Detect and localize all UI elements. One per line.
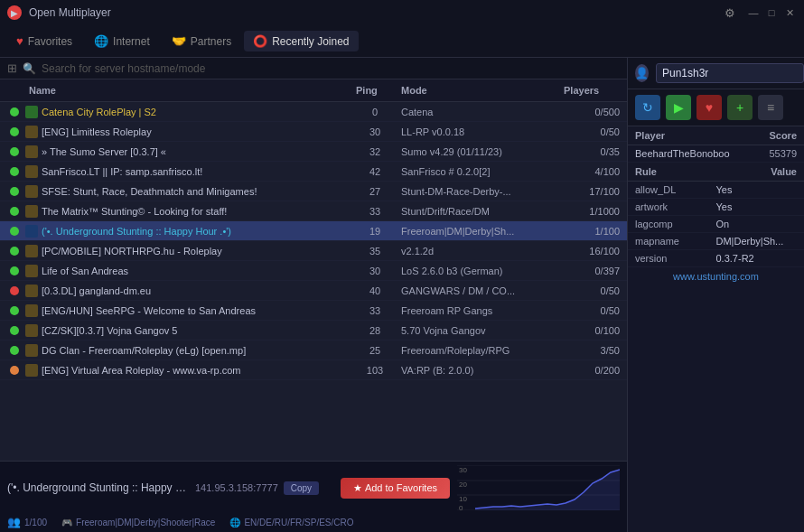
user-area: 👤 <box>628 58 804 89</box>
table-header: Name Ping Mode Players <box>0 79 627 102</box>
add-favorites-button[interactable]: ★ Add to Favorites <box>341 478 450 499</box>
more-button[interactable]: ≡ <box>758 95 783 120</box>
row-mode: Freeroam|DM|Derby|Sh... <box>397 226 560 237</box>
filter-icon[interactable]: ⊞ <box>7 61 17 75</box>
rule-row: mapname DM|Derby|Sh... <box>628 233 804 250</box>
table-row[interactable]: The Matrix™ Stunting© - Looking for staf… <box>0 201 627 221</box>
rule-key: lagcomp <box>635 219 716 229</box>
server-name-text: [PC/MOBILE] NORTHRPG.hu - Roleplay <box>42 246 222 257</box>
favorite-button[interactable]: ♥ <box>696 95 722 120</box>
server-table: Name Ping Mode Players Catena City RoleP… <box>0 79 627 461</box>
recently-icon: ⭕ <box>253 34 267 48</box>
header-players: Players <box>560 83 623 98</box>
tab-recently-label: Recently Joined <box>272 35 349 48</box>
rule-key: version <box>635 253 716 264</box>
copy-button[interactable]: Copy <box>284 481 319 495</box>
rule-value: DM|Derby|Sh... <box>716 236 798 247</box>
status-dot <box>10 346 19 355</box>
row-mode: 5.70 Vojna Gangov <box>397 325 560 336</box>
table-row[interactable]: [PC/MOBILE] NORTHRPG.hu - Roleplay 35 v2… <box>0 241 627 261</box>
rule-row: lagcomp On <box>628 216 804 233</box>
app-icon: ▶ <box>7 5 22 20</box>
table-row[interactable]: [0.3.DL] gangland-dm.eu 40 GANGWARS / DM… <box>0 281 627 301</box>
row-name-cell: Catena City RolePlay | S2 <box>25 106 352 118</box>
nav-tabs: ♥ Favorites 🌐 Internet 🤝 Partners ⭕ Rece… <box>0 25 804 58</box>
server-name-text: [0.3.DL] gangland-dm.eu <box>42 285 151 296</box>
status-dot <box>10 306 19 315</box>
players-header: Player Score <box>628 126 804 145</box>
row-players: 16/100 <box>560 246 623 257</box>
row-players: 0/500 <box>560 107 623 117</box>
close-button[interactable]: ✕ <box>782 5 797 20</box>
row-ping: 30 <box>352 266 397 276</box>
settings-icon[interactable]: ⚙ <box>725 6 735 20</box>
title-bar: ▶ Open Multiplayer ⚙ — □ ✕ <box>0 0 804 25</box>
table-row[interactable]: Life of San Andreas 30 LoS 2.6.0 b3 (Ger… <box>0 261 627 281</box>
search-input[interactable] <box>42 62 620 75</box>
row-ping: 30 <box>352 126 397 137</box>
row-mode: Catena <box>397 107 560 117</box>
server-name-text: [ENG/HUN] SeeRPG - Welcome to San Andrea… <box>42 305 256 316</box>
server-name-text: ('•. Underground Stunting :: Happy Hour … <box>42 226 231 237</box>
row-name-cell: Life of San Andreas <box>25 265 352 277</box>
row-status-indicator <box>4 127 25 136</box>
status-dot <box>10 127 19 136</box>
tab-recently-joined[interactable]: ⭕ Recently Joined <box>244 31 358 51</box>
website-link[interactable]: www.ustunting.com <box>628 267 804 285</box>
maximize-button[interactable]: □ <box>764 5 779 20</box>
tab-partners[interactable]: 🤝 Partners <box>163 31 240 51</box>
table-row[interactable]: Catena City RolePlay | S2 0 Catena 0/500 <box>0 102 627 122</box>
minimize-button[interactable]: — <box>746 5 761 20</box>
table-row[interactable]: [ENG] Virtual Area Roleplay - www.va-rp.… <box>0 360 627 380</box>
status-bar: ('•. Underground Stunting :: Happy Hour … <box>0 461 627 532</box>
rules-header: Rule Value <box>628 163 804 182</box>
mode-text: Freeroam|DM|Derby|Shooter|Race <box>76 518 215 527</box>
table-row[interactable]: [ENG] Limitless Roleplay 30 LL-RP v0.0.1… <box>0 122 627 142</box>
row-status-indicator <box>4 207 25 216</box>
server-logo <box>25 324 38 337</box>
row-name-cell: [ENG] Limitless Roleplay <box>25 126 352 138</box>
table-row[interactable]: ('•. Underground Stunting :: Happy Hour … <box>0 221 627 241</box>
add-button[interactable]: + <box>727 95 753 120</box>
row-players: 0/35 <box>560 146 623 157</box>
status-dot <box>10 286 19 295</box>
row-ping: 25 <box>352 345 397 356</box>
rule-value: On <box>716 219 798 229</box>
row-status-indicator <box>4 266 25 275</box>
status-dot <box>10 247 19 256</box>
row-mode: Freeroam/Roleplay/RPG <box>397 345 560 356</box>
server-logo <box>25 205 38 218</box>
action-buttons: ↻ ▶ ♥ + ≡ <box>628 89 804 126</box>
status-dot <box>10 326 19 335</box>
row-status-indicator <box>4 366 25 375</box>
language-info: 🌐 EN/DE/RU/FR/SP/ES/CRO <box>229 518 353 527</box>
server-name-text: SanFrisco.LT || IP: samp.sanfrisco.lt! <box>42 166 202 177</box>
row-status-indicator <box>4 286 25 295</box>
row-name-cell: The Matrix™ Stunting© - Looking for staf… <box>25 205 352 218</box>
status-ip-area: 141.95.3.158:7777 Copy <box>195 481 319 495</box>
tab-favorites[interactable]: ♥ Favorites <box>7 31 81 51</box>
username-input[interactable] <box>656 63 804 83</box>
server-logo <box>25 344 38 357</box>
tab-favorites-label: Favorites <box>28 35 72 48</box>
rule-value: 0.3.7-R2 <box>716 253 798 264</box>
server-name-text: » The Sumo Server [0.3.7] « <box>42 146 166 157</box>
tab-internet[interactable]: 🌐 Internet <box>85 31 159 51</box>
row-players: 0/50 <box>560 126 623 137</box>
table-row[interactable]: » The Sumo Server [0.3.7] « 32 Sumo v4.2… <box>0 142 627 162</box>
table-row[interactable]: DG Clan - Freeroam/Roleplay (eLg) [open.… <box>0 341 627 360</box>
play-button[interactable]: ▶ <box>666 95 691 120</box>
server-name-text: SFSE: Stunt, Race, Deathmatch and Miniga… <box>42 186 257 197</box>
right-panel: 👤 ↻ ▶ ♥ + ≡ Player Score BeehardTheBonob… <box>628 58 804 532</box>
search-bar: ⊞ 🔍 <box>0 58 627 79</box>
table-row[interactable]: [ENG/HUN] SeeRPG - Welcome to San Andrea… <box>0 301 627 321</box>
row-players: 1/1000 <box>560 206 623 217</box>
row-ping: 103 <box>352 365 397 376</box>
refresh-button[interactable]: ↻ <box>635 95 660 120</box>
table-row[interactable]: [CZ/SK][0.3.7] Vojna Gangov 5 28 5.70 Vo… <box>0 321 627 341</box>
app-title: Open Multiplayer <box>29 6 717 19</box>
table-row[interactable]: SFSE: Stunt, Race, Deathmatch and Miniga… <box>0 182 627 201</box>
table-row[interactable]: SanFrisco.LT || IP: samp.sanfrisco.lt! 4… <box>0 162 627 182</box>
row-players: 3/50 <box>560 345 623 356</box>
row-players: 0/200 <box>560 365 623 376</box>
